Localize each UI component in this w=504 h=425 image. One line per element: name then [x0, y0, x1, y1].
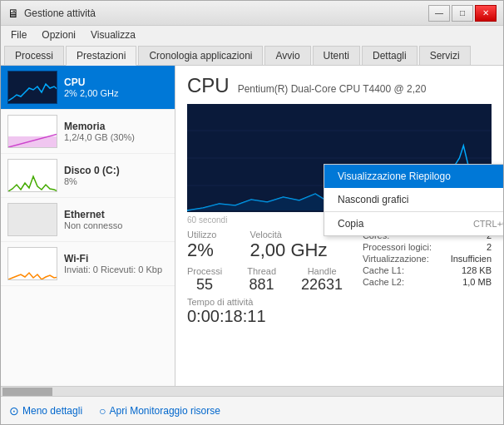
handle-header: Handle — [308, 266, 337, 276]
thread-header: Thread — [247, 266, 276, 276]
sidebar-item-disco[interactable]: Disco 0 (C:) 8% — [1, 154, 175, 198]
processi-stat: Processi 55 — [187, 266, 222, 294]
main-window: 🖥 Gestione attività — □ ✕ File Opzioni V… — [0, 0, 504, 425]
tab-prestazioni[interactable]: Prestazioni — [66, 46, 136, 66]
velocita-value: 2,00 GHz — [250, 240, 327, 261]
wifi-chart-small — [7, 247, 57, 280]
tempo-section: Tempo di attività 0:00:18:11 — [187, 297, 492, 326]
eth-chart-small — [7, 203, 57, 236]
cpu-chart-small — [7, 71, 57, 104]
sidebar: CPU 2% 2,00 GHz Memoria 1,2/4,0 GB (30%) — [1, 66, 175, 386]
window-title: Gestione attività — [24, 7, 96, 19]
menu-view[interactable]: Visualizza — [84, 27, 142, 42]
scrollbar-thumb[interactable] — [2, 388, 52, 396]
wifi-sublabel: Inviati: 0 Ricevuti: 0 Kbp — [64, 264, 162, 274]
maximize-button[interactable]: □ — [452, 5, 473, 22]
mem-chart-small — [7, 115, 57, 148]
detail-area: CPU Pentium(R) Dual-Core CPU T4400 @ 2,2… — [175, 66, 503, 386]
right-stat-row: Processori logici:2 — [363, 242, 492, 252]
utilizzo-value: 2% — [187, 240, 216, 261]
monitor-label: Apri Monitoraggio risorse — [110, 405, 220, 417]
context-menu: Visualizzazione Riepilogo Nascondi grafi… — [324, 164, 503, 236]
less-details-icon: ⊙ — [9, 404, 19, 418]
context-item-label-1: Nascondi grafici — [338, 194, 408, 205]
footer: ⊙ Meno dettagli ○ Apri Monitoraggio riso… — [1, 396, 503, 424]
wifi-info: Wi-Fi Inviati: 0 Ricevuti: 0 Kbp — [64, 253, 162, 274]
handle-value: 22631 — [301, 276, 343, 294]
right-stat-row: Cache L2:1,0 MB — [363, 277, 492, 287]
tempo-header: Tempo di attività — [187, 297, 492, 307]
menu-options[interactable]: Opzioni — [35, 27, 82, 42]
titlebar: 🖥 Gestione attività — □ ✕ — [1, 1, 503, 26]
tab-cronologia[interactable]: Cronologia applicazioni — [138, 46, 263, 65]
titlebar-left: 🖥 Gestione attività — [7, 7, 96, 20]
mem-label: Memoria — [64, 121, 135, 132]
tab-dettagli[interactable]: Dettagli — [362, 46, 418, 65]
sidebar-item-ethernet[interactable]: Ethernet Non connesso — [1, 198, 175, 242]
tab-processi[interactable]: Processi — [4, 46, 64, 65]
tabs: Processi Prestazioni Cronologia applicaz… — [1, 44, 503, 66]
wifi-label: Wi-Fi — [64, 253, 162, 264]
right-stat-value: Insufficien — [451, 254, 492, 264]
titlebar-buttons: — □ ✕ — [428, 5, 497, 22]
svg-rect-4 — [8, 204, 57, 236]
disk-label: Disco 0 (C:) — [64, 165, 120, 176]
context-item-shortcut-2: CTRL+C — [473, 219, 503, 229]
monitor-button[interactable]: ○ Apri Monitoraggio risorse — [99, 404, 220, 418]
detail-header: CPU Pentium(R) Dual-Core CPU T4400 @ 2,2… — [187, 74, 492, 97]
right-stat-value: 2 — [487, 242, 492, 252]
context-item-label-0: Visualizzazione Riepilogo — [338, 170, 451, 182]
main-content: CPU 2% 2,00 GHz Memoria 1,2/4,0 GB (30%) — [1, 66, 503, 386]
close-button[interactable]: ✕ — [475, 5, 497, 22]
mem-sublabel: 1,2/4,0 GB (30%) — [64, 132, 135, 142]
menubar: File Opzioni Visualizza — [1, 26, 503, 44]
right-stat-key: Cache L1: — [363, 265, 404, 275]
right-stat-key: Virtualizzazione: — [363, 254, 429, 264]
cpu-sublabel: 2% 2,00 GHz — [64, 88, 118, 98]
right-stat-row: Virtualizzazione:Insufficien — [363, 254, 492, 264]
tempo-value: 0:00:18:11 — [187, 307, 492, 326]
right-stat-value: 1,0 MB — [462, 277, 492, 287]
eth-label: Ethernet — [64, 209, 122, 220]
cpu-info: CPU 2% 2,00 GHz — [64, 77, 118, 98]
tab-avvio[interactable]: Avvio — [264, 46, 310, 65]
thread-stat: Thread 881 — [247, 266, 276, 294]
utilizzo-stat: Utilizzo 2% — [187, 230, 216, 261]
utilizzo-header: Utilizzo — [187, 230, 216, 240]
context-menu-item-visualizzazione[interactable]: Visualizzazione Riepilogo — [324, 165, 503, 188]
tab-servizi[interactable]: Servizi — [419, 46, 471, 65]
horizontal-scrollbar[interactable] — [1, 386, 503, 396]
disk-chart-small — [7, 159, 57, 192]
disk-sublabel: 8% — [64, 176, 120, 186]
sidebar-item-memoria[interactable]: Memoria 1,2/4,0 GB (30%) — [1, 110, 175, 154]
right-stat-key: Cache L2: — [363, 277, 404, 287]
app-icon: 🖥 — [7, 7, 19, 20]
context-menu-item-copia[interactable]: Copia CTRL+C — [324, 212, 503, 235]
handle-stat: Handle 22631 — [301, 266, 343, 294]
disk-info: Disco 0 (C:) 8% — [64, 165, 120, 186]
right-stat-value: 128 KB — [462, 265, 492, 275]
processi-header: Processi — [187, 266, 222, 276]
right-stat-row: Cache L1:128 KB — [363, 265, 492, 275]
detail-title: CPU — [187, 74, 230, 97]
thread-value: 881 — [250, 276, 274, 294]
menu-file[interactable]: File — [4, 27, 33, 42]
less-details-button[interactable]: ⊙ Meno dettagli — [9, 404, 82, 418]
sidebar-item-wifi[interactable]: Wi-Fi Inviati: 0 Ricevuti: 0 Kbp — [1, 242, 175, 286]
velocita-stat: Velocità 2,00 GHz — [250, 230, 327, 261]
context-item-label-2: Copia — [338, 218, 363, 230]
cpu-label: CPU — [64, 77, 118, 88]
right-stat-key: Processori logici: — [363, 242, 432, 252]
eth-sublabel: Non connesso — [64, 220, 122, 230]
context-menu-item-nascondi[interactable]: Nascondi grafici — [324, 188, 503, 211]
velocita-header: Velocità — [250, 230, 327, 240]
monitor-icon: ○ — [99, 404, 106, 418]
svg-rect-2 — [8, 136, 57, 148]
sidebar-item-cpu[interactable]: CPU 2% 2,00 GHz — [1, 66, 175, 110]
detail-subtitle: Pentium(R) Dual-Core CPU T4400 @ 2,20 — [238, 83, 427, 95]
processi-value: 55 — [196, 276, 213, 294]
mem-info: Memoria 1,2/4,0 GB (30%) — [64, 121, 135, 142]
minimize-button[interactable]: — — [428, 5, 450, 22]
eth-info: Ethernet Non connesso — [64, 209, 122, 230]
tab-utenti[interactable]: Utenti — [313, 46, 360, 65]
